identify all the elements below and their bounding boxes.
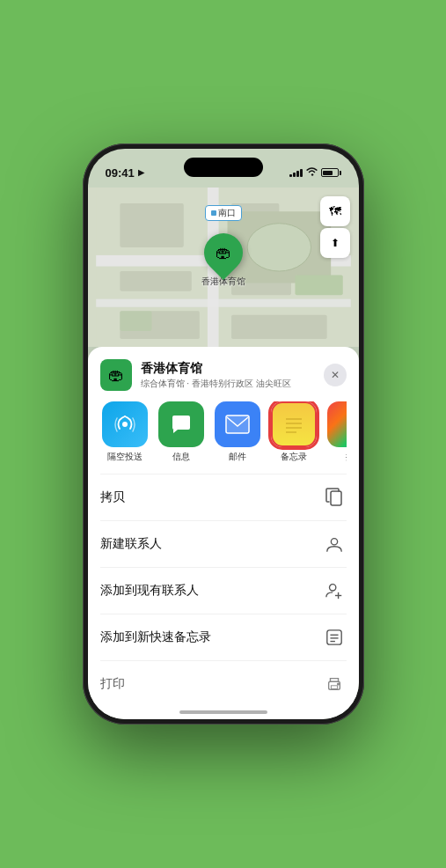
action-list: 拷贝 新建联系人 xyxy=(100,474,347,707)
notes-icon-box xyxy=(271,401,317,447)
svg-rect-12 xyxy=(295,276,342,296)
map-area-label: 南口 xyxy=(205,205,242,221)
add-quick-note-icon xyxy=(322,625,347,650)
new-contact-icon xyxy=(322,532,347,556)
add-existing-contact-action-item[interactable]: 添加到现有联系人 xyxy=(100,568,347,614)
add-quick-note-action-item[interactable]: 添加到新快速备忘录 xyxy=(100,614,347,661)
svg-rect-6 xyxy=(120,271,191,291)
airdrop-label: 隔空投送 xyxy=(107,451,143,463)
svg-rect-26 xyxy=(326,630,340,644)
phone-screen: 09:41 ▶ xyxy=(88,149,359,719)
svg-point-23 xyxy=(329,585,335,591)
mail-icon xyxy=(225,415,250,434)
map-label-dot xyxy=(211,210,216,216)
location-arrow-icon: ▶ xyxy=(138,168,144,177)
venue-subtitle: 综合体育馆 · 香港特别行政区 油尖旺区 xyxy=(141,378,324,390)
dynamic-island xyxy=(184,158,263,177)
wifi-icon xyxy=(306,167,318,178)
close-button[interactable]: ✕ xyxy=(324,364,347,386)
airdrop-action[interactable]: 隔空投送 xyxy=(100,401,150,463)
copy-action-item[interactable]: 拷贝 xyxy=(100,474,347,521)
sheet-header: 🏟 香港体育馆 综合体育馆 · 香港特别行政区 油尖旺区 ✕ xyxy=(100,359,347,391)
map-view-toggle-button[interactable]: 🗺 xyxy=(320,196,350,226)
home-indicator xyxy=(179,710,267,714)
print-icon xyxy=(322,672,347,696)
venue-name: 香港体育馆 xyxy=(141,361,324,377)
messages-label: 信息 xyxy=(172,451,190,463)
mail-icon-box xyxy=(215,401,260,447)
battery-icon xyxy=(321,168,341,177)
location-pin: 🏟 香港体育馆 xyxy=(201,233,245,288)
more-label: 推 xyxy=(346,451,347,463)
add-existing-contact-icon xyxy=(322,578,347,603)
status-time: 09:41 ▶ xyxy=(106,166,144,180)
time-display: 09:41 xyxy=(106,166,135,180)
svg-point-32 xyxy=(337,683,339,685)
map-controls: 🗺 ⬆ xyxy=(320,196,350,258)
signal-bars-icon xyxy=(289,168,303,177)
mail-action[interactable]: 邮件 xyxy=(213,401,262,463)
add-existing-contact-label: 添加到现有联系人 xyxy=(100,583,199,599)
messages-icon xyxy=(169,412,194,437)
notes-label: 备忘录 xyxy=(281,451,307,463)
close-icon: ✕ xyxy=(331,369,340,381)
venue-icon: 🏟 xyxy=(100,359,132,391)
new-contact-action-item[interactable]: 新建联系人 xyxy=(100,521,347,568)
status-icons xyxy=(289,167,341,178)
bottom-sheet: 🏟 香港体育馆 综合体育馆 · 香港特别行政区 油尖旺区 ✕ xyxy=(88,347,359,719)
svg-point-14 xyxy=(122,422,128,427)
location-button[interactable]: ⬆ xyxy=(320,228,350,258)
copy-icon xyxy=(322,485,347,510)
add-quick-note-label: 添加到新快速备忘录 xyxy=(100,629,211,645)
svg-rect-21 xyxy=(331,491,341,505)
messages-icon-box xyxy=(158,401,204,447)
svg-point-11 xyxy=(247,224,311,271)
more-icon-box xyxy=(327,401,347,447)
venue-info: 香港体育馆 综合体育馆 · 香港特别行政区 油尖旺区 xyxy=(141,361,324,390)
svg-rect-4 xyxy=(120,203,183,247)
share-actions-row: 隔空投送 信息 xyxy=(100,401,347,463)
pin-circle: 🏟 xyxy=(195,225,250,280)
phone-frame: 09:41 ▶ xyxy=(83,143,364,725)
mail-label: 邮件 xyxy=(229,451,246,463)
svg-rect-31 xyxy=(331,686,337,689)
new-contact-action-label: 新建联系人 xyxy=(100,536,162,552)
svg-rect-13 xyxy=(120,311,151,331)
svg-rect-15 xyxy=(226,416,249,433)
more-action[interactable]: 推 xyxy=(325,401,347,463)
copy-action-label: 拷贝 xyxy=(100,489,125,505)
map-icon: 🗺 xyxy=(329,204,341,218)
stadium-icon: 🏟 xyxy=(216,244,231,262)
svg-rect-9 xyxy=(231,315,327,339)
messages-action[interactable]: 信息 xyxy=(157,401,206,463)
airdrop-icon xyxy=(113,413,136,436)
svg-point-22 xyxy=(331,539,337,545)
map-area[interactable]: 南口 🗺 ⬆ 🏟 香港体育馆 xyxy=(88,188,359,347)
compass-icon: ⬆ xyxy=(331,237,340,249)
notes-icon xyxy=(281,407,307,437)
print-label: 打印 xyxy=(100,676,125,692)
svg-rect-3 xyxy=(96,299,351,307)
print-action-item[interactable]: 打印 xyxy=(100,661,347,707)
airdrop-icon-box xyxy=(102,401,148,447)
notes-action[interactable]: 备忘录 xyxy=(269,401,318,463)
map-label-text: 南口 xyxy=(218,207,236,219)
